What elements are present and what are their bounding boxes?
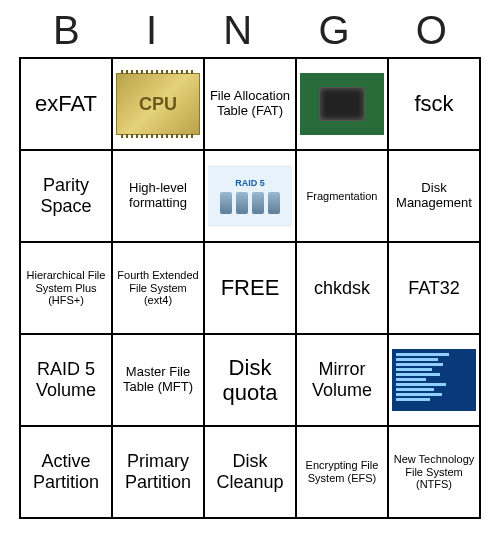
bingo-cell[interactable]: Active Partition — [20, 426, 112, 518]
bingo-cell[interactable]: Mirror Volume — [296, 334, 388, 426]
cell-content: Disk quota — [207, 337, 293, 423]
cell-text: RAID 5 Volume — [23, 359, 109, 400]
cell-content — [391, 337, 477, 423]
bingo-cell[interactable]: FAT32 — [388, 242, 480, 334]
cell-content: RAID 5 — [207, 153, 293, 239]
cell-content: Fragmentation — [299, 153, 385, 239]
bingo-row: Active PartitionPrimary PartitionDisk Cl… — [20, 426, 480, 518]
cell-text: Hierarchical File System Plus (HFS+) — [23, 269, 109, 307]
header-letter: N — [223, 8, 252, 53]
cell-text: exFAT — [35, 91, 97, 116]
bingo-row: Hierarchical File System Plus (HFS+)Four… — [20, 242, 480, 334]
cell-content: Primary Partition — [115, 429, 201, 515]
bingo-cell[interactable]: chkdsk — [296, 242, 388, 334]
bingo-cell[interactable]: FREE — [204, 242, 296, 334]
bingo-cell[interactable]: New Technology File System (NTFS) — [388, 426, 480, 518]
header-letter: O — [416, 8, 447, 53]
cell-text: Active Partition — [23, 451, 109, 492]
header-letter: B — [53, 8, 80, 53]
cell-content: Fourth Extended File System (ext4) — [115, 245, 201, 331]
bingo-cell[interactable]: Fragmentation — [296, 150, 388, 242]
cell-text: chkdsk — [314, 278, 370, 299]
cell-text: FREE — [221, 275, 280, 300]
bingo-cell[interactable]: RAID 5 — [204, 150, 296, 242]
bingo-cell[interactable] — [388, 334, 480, 426]
cpu-chip-image: CPU — [116, 73, 200, 135]
cell-content: Disk Management — [391, 153, 477, 239]
bingo-cell[interactable] — [296, 58, 388, 150]
bingo-cell[interactable]: File Allocation Table (FAT) — [204, 58, 296, 150]
cell-text: Master File Table (MFT) — [115, 365, 201, 395]
header-letter: I — [146, 8, 157, 53]
cell-content: Master File Table (MFT) — [115, 337, 201, 423]
ic-chip-image — [300, 73, 384, 135]
bingo-cell[interactable]: Encrypting File System (EFS) — [296, 426, 388, 518]
cell-content: FREE — [207, 245, 293, 331]
cell-text: Disk Management — [391, 181, 477, 211]
cell-content: CPU — [115, 61, 201, 147]
cell-content: chkdsk — [299, 245, 385, 331]
cell-content: Hierarchical File System Plus (HFS+) — [23, 245, 109, 331]
cell-text: Disk quota — [207, 355, 293, 406]
bingo-cell[interactable]: CPU — [112, 58, 204, 150]
bingo-grid: exFATCPUFile Allocation Table (FAT)fsckP… — [19, 57, 481, 519]
bingo-row: RAID 5 VolumeMaster File Table (MFT)Disk… — [20, 334, 480, 426]
bingo-row: exFATCPUFile Allocation Table (FAT)fsck — [20, 58, 480, 150]
cell-content: Active Partition — [23, 429, 109, 515]
bingo-cell[interactable]: Primary Partition — [112, 426, 204, 518]
cell-content: Mirror Volume — [299, 337, 385, 423]
cell-content: High-level formatting — [115, 153, 201, 239]
cell-text: fsck — [414, 91, 453, 116]
bingo-cell[interactable]: RAID 5 Volume — [20, 334, 112, 426]
bingo-cell[interactable]: High-level formatting — [112, 150, 204, 242]
cell-content: Disk Cleanup — [207, 429, 293, 515]
bingo-cell[interactable]: Disk Cleanup — [204, 426, 296, 518]
header-letter: G — [318, 8, 349, 53]
bingo-cell[interactable]: Master File Table (MFT) — [112, 334, 204, 426]
bingo-cell[interactable]: Parity Space — [20, 150, 112, 242]
bingo-cell[interactable]: exFAT — [20, 58, 112, 150]
cell-text: File Allocation Table (FAT) — [207, 89, 293, 119]
cell-content: New Technology File System (NTFS) — [391, 429, 477, 515]
cell-content: Parity Space — [23, 153, 109, 239]
cell-content: fsck — [391, 61, 477, 147]
cell-text: Parity Space — [23, 175, 109, 216]
cell-text: Encrypting File System (EFS) — [299, 459, 385, 484]
bingo-cell[interactable]: Disk Management — [388, 150, 480, 242]
raid5-label: RAID 5 — [235, 178, 265, 188]
cell-text: High-level formatting — [115, 181, 201, 211]
cell-content: RAID 5 Volume — [23, 337, 109, 423]
cell-text: Fourth Extended File System (ext4) — [115, 269, 201, 307]
bingo-header: B I N G O — [20, 0, 480, 57]
raid5-image: RAID 5 — [208, 165, 292, 227]
bingo-cell[interactable]: Fourth Extended File System (ext4) — [112, 242, 204, 334]
cell-text: Mirror Volume — [299, 359, 385, 400]
cell-content: Encrypting File System (EFS) — [299, 429, 385, 515]
cell-content: File Allocation Table (FAT) — [207, 61, 293, 147]
cell-text: FAT32 — [408, 278, 460, 299]
cell-text: Disk Cleanup — [207, 451, 293, 492]
bingo-cell[interactable]: Hierarchical File System Plus (HFS+) — [20, 242, 112, 334]
cell-text: Primary Partition — [115, 451, 201, 492]
cell-content: FAT32 — [391, 245, 477, 331]
terminal-screenshot-image — [392, 349, 476, 411]
cell-text: Fragmentation — [307, 190, 378, 203]
cell-content: exFAT — [23, 61, 109, 147]
cell-content — [299, 61, 385, 147]
bingo-row: Parity SpaceHigh-level formattingRAID 5F… — [20, 150, 480, 242]
bingo-cell[interactable]: Disk quota — [204, 334, 296, 426]
cell-text: New Technology File System (NTFS) — [391, 453, 477, 491]
bingo-cell[interactable]: fsck — [388, 58, 480, 150]
